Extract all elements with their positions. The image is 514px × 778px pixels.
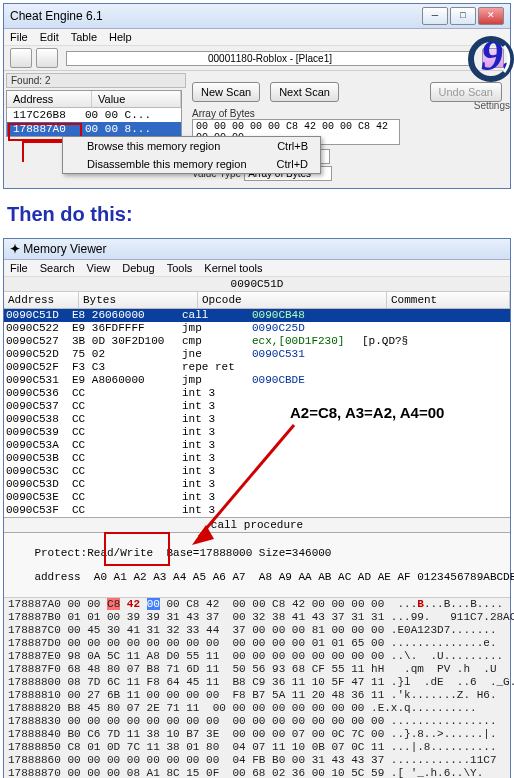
disassembly-row[interactable]: 0090C531E9 A8060000jmp0090CBDE: [4, 374, 510, 387]
maximize-button[interactable]: □: [450, 7, 476, 25]
menu-search[interactable]: Search: [40, 262, 75, 274]
mv-title: Memory Viewer: [23, 242, 106, 256]
disassembly-row[interactable]: 0090C5273B 0D 30F2D100cmpecx,[00D1F230][…: [4, 335, 510, 348]
undo-scan-button[interactable]: Undo Scan: [430, 82, 502, 102]
found-count: Found: 2: [6, 73, 186, 88]
result-row[interactable]: 117C26B800 00 C...: [7, 108, 181, 122]
ce-logo-icon: [466, 34, 514, 84]
col-bytes[interactable]: Bytes: [79, 292, 198, 308]
aob-label: Array of Bytes: [192, 108, 502, 119]
current-address: 0090C51D: [4, 277, 510, 292]
disassembly-row[interactable]: 0090C536CCint 3: [4, 387, 510, 400]
col-comment[interactable]: Comment: [387, 292, 510, 308]
window-title: Cheat Engine 6.1: [10, 9, 103, 23]
menu-view[interactable]: View: [87, 262, 111, 274]
arrow-icon: [184, 417, 304, 547]
svg-point-0: [471, 39, 511, 79]
menubar: File Edit Table Help: [4, 29, 510, 46]
ctx-browse-memory[interactable]: Browse this memory regionCtrl+B: [63, 137, 320, 155]
close-button[interactable]: ✕: [478, 7, 504, 25]
new-scan-button[interactable]: New Scan: [192, 82, 260, 102]
menu-debug[interactable]: Debug: [122, 262, 154, 274]
col-value[interactable]: Value: [92, 91, 181, 107]
instruction-heading: Then do this:: [3, 191, 511, 238]
menu-edit[interactable]: Edit: [40, 31, 59, 43]
menu-tools[interactable]: Tools: [167, 262, 193, 274]
context-menu: Browse this memory regionCtrl+B Disassem…: [62, 136, 321, 174]
disassembly-row[interactable]: 0090C52D75 02jne0090C531: [4, 348, 510, 361]
mv-menubar: File Search View Debug Tools Kernel tool…: [4, 260, 510, 277]
menu-file[interactable]: File: [10, 31, 28, 43]
hex-highlight-box: [104, 532, 170, 566]
menu-file[interactable]: File: [10, 262, 28, 274]
disassembly-row[interactable]: 0090C51DE8 26060000call0090CB48: [4, 309, 510, 322]
minimize-button[interactable]: ─: [422, 7, 448, 25]
menu-help[interactable]: Help: [109, 31, 132, 43]
save-icon[interactable]: [36, 48, 58, 68]
ctx-disassemble[interactable]: Disassemble this memory regionCtrl+D: [63, 155, 320, 173]
hex-dump[interactable]: 178887A0 00 00 C8 42 00 00 C8 42 00 00 C…: [4, 598, 510, 778]
process-box[interactable]: 00001180-Roblox - [Place1]: [66, 51, 474, 66]
disassembly-row[interactable]: 0090C522E9 36FDFFFFjmp0090C25D: [4, 322, 510, 335]
col-opcode[interactable]: Opcode: [198, 292, 387, 308]
menu-kernel[interactable]: Kernel tools: [204, 262, 262, 274]
col-address[interactable]: Address: [7, 91, 92, 107]
next-scan-button[interactable]: Next Scan: [270, 82, 339, 102]
annotation-text: A2=C8, A3=A2, A4=00: [290, 404, 444, 421]
col-address[interactable]: Address: [4, 292, 79, 308]
menu-table[interactable]: Table: [71, 31, 97, 43]
disassembly-row[interactable]: 0090C52FF3 C3repe ret: [4, 361, 510, 374]
open-icon[interactable]: [10, 48, 32, 68]
